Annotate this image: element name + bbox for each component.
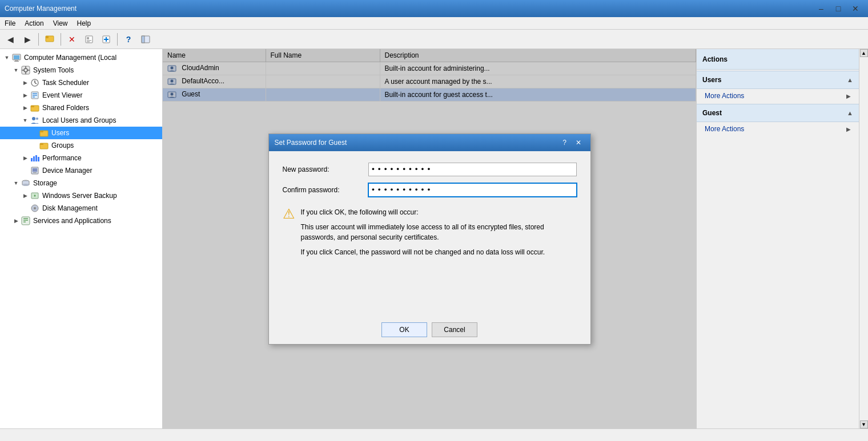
warning-body: This user account will immediately lose … xyxy=(301,222,577,242)
actions-header: Actions xyxy=(697,49,859,70)
menu-file[interactable]: File xyxy=(0,17,20,29)
toolbar: ◀ ▶ ✕ ? xyxy=(0,30,868,49)
delete-button[interactable]: ✕ xyxy=(64,32,80,47)
users-more-actions-arrow-icon: ▶ xyxy=(846,93,851,99)
sidebar-item-performance[interactable]: ▶ Performance xyxy=(0,152,162,164)
forward-button[interactable]: ▶ xyxy=(19,32,35,47)
svg-rect-41 xyxy=(33,168,37,172)
title-bar: Computer Management – □ ✕ xyxy=(0,0,868,17)
warning-title: If you click OK, the following will occu… xyxy=(301,207,577,217)
ok-button[interactable]: OK xyxy=(381,322,427,337)
expander-icon xyxy=(21,166,30,175)
minimize-button[interactable]: – xyxy=(813,1,829,16)
sidebar-item-users[interactable]: Users xyxy=(0,127,162,139)
actions-title: Actions xyxy=(702,55,728,63)
expander-icon: ▶ xyxy=(21,191,30,200)
toolbar-separator-1 xyxy=(38,33,39,46)
expander-icon: ▶ xyxy=(11,216,21,225)
users-section-title: Users xyxy=(702,76,721,84)
sidebar-label-windows-server-backup: Windows Server Backup xyxy=(42,192,117,200)
new-password-input[interactable] xyxy=(368,163,577,176)
expander-icon: ▶ xyxy=(21,78,30,87)
expander-icon: ▼ xyxy=(11,66,21,75)
svg-rect-10 xyxy=(142,36,144,43)
sidebar-item-local-users-groups[interactable]: ▼ Local Users and Groups xyxy=(0,114,162,127)
confirm-password-field: Confirm password: xyxy=(283,183,577,197)
dialog-help-button[interactable]: ? xyxy=(558,137,571,148)
window-close-button[interactable]: ✕ xyxy=(847,1,863,16)
sidebar: ▼ Computer Management (Local ▼ System To… xyxy=(0,49,163,428)
guest-chevron-icon: ▲ xyxy=(847,110,853,116)
new-button[interactable] xyxy=(98,32,114,47)
sidebar-item-disk-management[interactable]: Disk Management xyxy=(0,202,162,215)
guest-section-header[interactable]: Guest ▲ xyxy=(697,104,859,122)
sidebar-item-device-manager[interactable]: Device Manager xyxy=(0,164,162,177)
sidebar-label-shared-folders: Shared Folders xyxy=(42,104,89,112)
sidebar-label-computer-management: Computer Management (Local xyxy=(24,54,116,62)
expander-icon xyxy=(21,204,30,213)
svg-rect-3 xyxy=(87,37,89,39)
shared-folders-icon xyxy=(30,103,40,113)
guest-more-actions-item[interactable]: More Actions ▶ xyxy=(697,122,859,136)
sidebar-item-computer-management[interactable]: ▼ Computer Management (Local xyxy=(0,51,162,64)
window-title: Computer Management xyxy=(5,5,813,13)
sidebar-item-shared-folders[interactable]: ▶ Shared Folders xyxy=(0,102,162,114)
svg-rect-42 xyxy=(33,172,37,173)
svg-rect-1 xyxy=(46,36,49,38)
scroll-down-button[interactable]: ▼ xyxy=(860,420,868,428)
sidebar-label-services-applications: Services and Applications xyxy=(33,217,111,225)
dialog-title: Set Password for Guest xyxy=(275,139,347,147)
services-icon xyxy=(21,216,31,226)
confirm-password-input[interactable] xyxy=(368,183,577,197)
sidebar-item-system-tools[interactable]: ▼ System Tools xyxy=(0,64,162,76)
new-password-label: New password: xyxy=(283,165,363,173)
show-hide-button[interactable] xyxy=(138,32,154,47)
sidebar-item-task-scheduler[interactable]: ▶ Task Scheduler xyxy=(0,76,162,89)
set-password-dialog: Set Password for Guest ? ✕ New password: xyxy=(268,133,591,345)
properties-button[interactable] xyxy=(81,32,97,47)
up-button[interactable] xyxy=(42,32,58,47)
backup-icon xyxy=(30,191,40,201)
toolbar-separator-2 xyxy=(61,33,61,46)
sidebar-item-groups[interactable]: Groups xyxy=(0,139,162,152)
sidebar-item-windows-server-backup[interactable]: ▶ Windows Server Backup xyxy=(0,189,162,202)
sidebar-item-event-viewer[interactable]: ▶ Event Viewer xyxy=(0,89,162,102)
main-layout: ▼ Computer Management (Local ▼ System To… xyxy=(0,49,868,428)
guest-more-actions-arrow-icon: ▶ xyxy=(846,126,851,132)
right-scrollbar[interactable]: ▲ ▼ xyxy=(859,49,868,428)
users-more-actions-item[interactable]: More Actions ▶ xyxy=(697,89,859,103)
expander-icon: ▶ xyxy=(21,91,30,100)
dialog-titlebar: Set Password for Guest ? ✕ xyxy=(269,134,590,151)
toolbar-separator-3 xyxy=(117,33,118,46)
sidebar-label-task-scheduler: Task Scheduler xyxy=(42,79,89,87)
users-section-header[interactable]: Users ▲ xyxy=(697,71,859,89)
back-button[interactable]: ◀ xyxy=(2,32,18,47)
svg-rect-12 xyxy=(14,55,19,59)
sidebar-label-groups: Groups xyxy=(51,141,74,149)
confirm-password-label: Confirm password: xyxy=(283,186,363,194)
sidebar-label-users: Users xyxy=(51,129,69,137)
users-chevron-icon: ▲ xyxy=(847,76,853,83)
help-button[interactable]: ? xyxy=(120,32,136,47)
dialog-overlay: Set Password for Guest ? ✕ New password: xyxy=(163,49,696,428)
scroll-up-button[interactable]: ▲ xyxy=(860,49,868,57)
svg-rect-29 xyxy=(31,106,34,107)
menu-action[interactable]: Action xyxy=(20,17,48,29)
expander-icon: ▼ xyxy=(11,179,21,188)
sidebar-item-services-applications[interactable]: ▶ Services and Applications xyxy=(0,215,162,227)
cancel-button[interactable]: Cancel xyxy=(432,322,477,337)
expander-icon: ▶ xyxy=(21,153,30,163)
expander-icon xyxy=(30,141,39,150)
users-folder-icon xyxy=(39,128,49,138)
warning-section: ⚠ If you click OK, the following will oc… xyxy=(283,207,577,262)
menu-bar: File Action View Help xyxy=(0,17,868,30)
svg-rect-38 xyxy=(35,155,37,161)
sidebar-item-storage[interactable]: ▼ Storage xyxy=(0,177,162,189)
menu-view[interactable]: View xyxy=(49,17,73,29)
dialog-close-button[interactable]: ✕ xyxy=(572,137,585,148)
menu-help[interactable]: Help xyxy=(73,17,96,29)
maximize-button[interactable]: □ xyxy=(830,1,846,16)
users-more-actions-label: More Actions xyxy=(705,92,744,100)
dialog-body: New password: Confirm password: ⚠ If you… xyxy=(269,151,590,315)
status-bar xyxy=(0,428,868,441)
